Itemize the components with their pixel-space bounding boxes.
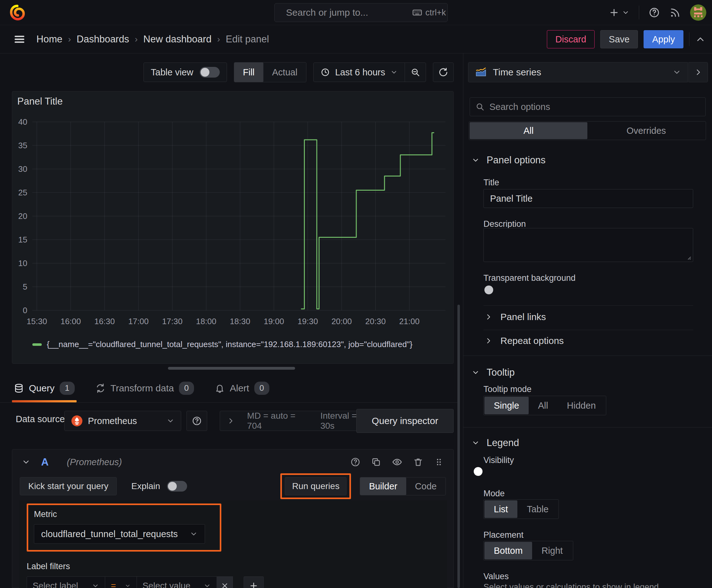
fill-option[interactable]: Fill (234, 63, 263, 82)
chevron-right-icon (485, 337, 492, 344)
breadcrumb-home[interactable]: Home (37, 34, 63, 45)
max-data-points-stat: MD = auto = 704 (247, 411, 308, 431)
collapse-query-icon[interactable] (22, 458, 30, 466)
global-search[interactable]: ctrl+k (274, 3, 448, 22)
svg-text:15:30: 15:30 (27, 317, 47, 326)
metric-annotation: Metric cloudflared_tunnel_total_requests (27, 504, 221, 551)
visualization-picker[interactable]: Time series (468, 62, 688, 82)
tooltip-hidden-option[interactable]: Hidden (558, 397, 605, 414)
datasource-help-button[interactable] (187, 411, 207, 431)
zoom-out-button[interactable] (405, 63, 426, 82)
tooltip-header[interactable]: Tooltip (472, 367, 515, 378)
legend-table-option[interactable]: Table (517, 500, 558, 518)
options-search-input[interactable] (490, 102, 700, 112)
plus-icon (249, 581, 258, 588)
svg-text:35: 35 (18, 141, 27, 150)
query-editor-card: A (Prometheus) Kick start your query Exp… (12, 449, 454, 588)
legend-series-swatch[interactable] (33, 343, 42, 346)
chevron-down-icon (472, 369, 480, 377)
svg-text:17:00: 17:00 (128, 317, 149, 326)
legend-right-option[interactable]: Right (532, 542, 572, 560)
legend-series-name[interactable]: {__name__="cloudflared_tunnel_total_requ… (47, 339, 412, 349)
kick-start-query-button[interactable]: Kick start your query (20, 477, 117, 495)
delete-query-icon[interactable] (413, 457, 423, 467)
actual-option[interactable]: Actual (263, 63, 306, 82)
table-view-toggle[interactable] (200, 67, 220, 78)
options-search[interactable] (470, 97, 706, 116)
panel-links-header[interactable]: Panel links (485, 312, 546, 322)
resize-handle-icon[interactable] (684, 252, 692, 260)
tooltip-all-option[interactable]: All (528, 397, 558, 414)
time-range-control: Last 6 hours (313, 63, 426, 82)
news-rss-icon[interactable] (669, 7, 681, 18)
svg-text:5: 5 (23, 282, 27, 292)
grafana-logo-icon[interactable] (9, 4, 26, 21)
query-options-summary[interactable]: MD = auto = 704 Interval = 30s (220, 411, 377, 431)
chevron-right-icon (485, 313, 492, 321)
tooltip-single-option[interactable]: Single (484, 397, 528, 414)
breadcrumb-dashboards[interactable]: Dashboards (77, 34, 129, 45)
builder-option[interactable]: Builder (360, 478, 406, 495)
legend-bottom-option[interactable]: Bottom (484, 542, 532, 560)
panel-title-input[interactable] (483, 189, 693, 208)
query-help-icon[interactable] (350, 457, 360, 467)
disable-query-eye-icon[interactable] (392, 457, 403, 467)
time-range-picker[interactable]: Last 6 hours (314, 63, 405, 82)
drag-query-grip-icon[interactable] (434, 457, 444, 467)
panel-options-header[interactable]: Panel options (472, 154, 546, 166)
datasource-picker[interactable]: Prometheus (64, 411, 181, 431)
panel-title[interactable]: Panel Title (17, 96, 63, 107)
svg-text:20:00: 20:00 (331, 317, 352, 326)
toggle-viz-suggestions-button[interactable] (688, 62, 708, 82)
svg-text:0: 0 (23, 306, 27, 315)
legend-header[interactable]: Legend (472, 437, 519, 448)
menu-toggle-icon[interactable] (13, 33, 26, 45)
select-value-dropdown[interactable]: Select value (137, 576, 217, 588)
description-label: Description (483, 219, 526, 229)
help-icon[interactable] (649, 7, 660, 18)
options-filter-tabs: All Overrides (469, 121, 706, 140)
operator-dropdown[interactable]: = (105, 576, 137, 588)
tab-alert[interactable]: Alert 0 (215, 374, 269, 402)
query-inspector-button[interactable]: Query inspector (356, 409, 454, 433)
tab-overrides[interactable]: Overrides (587, 122, 705, 139)
transform-icon (95, 383, 106, 393)
tab-transform-data[interactable]: Transform data 0 (95, 374, 194, 402)
chevron-down-icon (622, 9, 629, 16)
tab-query[interactable]: Query 1 (14, 374, 75, 402)
metric-select[interactable]: cloudflared_tunnel_total_requests (34, 524, 205, 544)
svg-text:17:30: 17:30 (162, 317, 182, 326)
repeat-options-header[interactable]: Repeat options (485, 335, 564, 346)
discard-button[interactable]: Discard (547, 30, 595, 48)
new-menu-button[interactable] (609, 7, 629, 18)
breadcrumb-separator: › (217, 34, 220, 44)
refresh-button[interactable] (433, 63, 454, 82)
description-textarea[interactable] (483, 228, 693, 262)
chevron-right-icon (694, 68, 702, 76)
chevron-down-icon (390, 68, 398, 76)
section-divider (463, 427, 712, 427)
remove-filter-button[interactable] (217, 576, 233, 588)
svg-text:25: 25 (18, 188, 27, 197)
clock-icon (321, 67, 330, 77)
pane-resize-handle[interactable] (168, 367, 295, 370)
duplicate-query-icon[interactable] (371, 457, 381, 467)
apply-button[interactable]: Apply (644, 30, 684, 48)
breadcrumb-new-dashboard[interactable]: New dashboard (144, 34, 212, 45)
run-queries-button[interactable]: Run queries (285, 477, 347, 495)
add-filter-button[interactable] (244, 576, 264, 588)
code-option[interactable]: Code (406, 478, 446, 495)
collapse-header-icon[interactable] (695, 34, 706, 45)
scrollbar[interactable] (457, 305, 460, 588)
legend-list-option[interactable]: List (484, 500, 517, 518)
select-label-dropdown[interactable]: Select label (27, 576, 105, 588)
explain-toggle[interactable] (167, 481, 187, 491)
time-series-chart[interactable]: 051015202530354015:3016:0016:3017:0017:3… (13, 114, 449, 334)
tab-all[interactable]: All (470, 122, 587, 139)
query-row-header[interactable]: A (Prometheus) (12, 449, 453, 475)
global-search-input[interactable] (286, 7, 407, 18)
save-button[interactable]: Save (600, 30, 638, 48)
user-avatar[interactable] (690, 4, 706, 21)
svg-text:21:00: 21:00 (399, 317, 419, 326)
explain-control: Explain (131, 481, 187, 491)
